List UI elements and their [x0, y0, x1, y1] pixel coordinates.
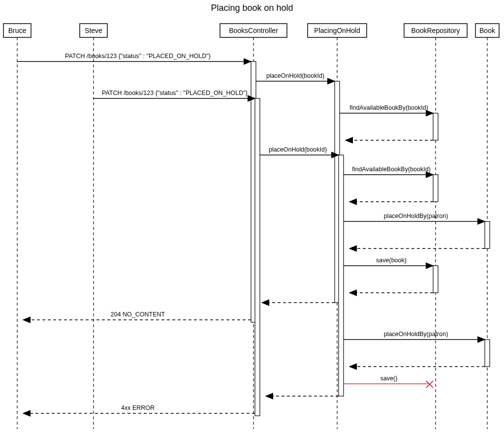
msg-findavailable-2-label: findAvailableBookBy(bookId): [352, 166, 431, 173]
participant-label-bruce: Bruce: [8, 27, 27, 34]
msg-patch-bruce-label: PATCH /books/123 {"status" : "PLACED_ON_…: [65, 53, 211, 60]
participant-label-book: Book: [479, 27, 496, 34]
sequence-diagram: Placing book on hold BruceSteveBooksCont…: [0, 0, 504, 434]
participant-label-placing: PlacingOnHold: [314, 27, 360, 34]
msg-save-fail-label: save(): [380, 375, 398, 382]
participant-label-ctrl: BooksController: [229, 27, 278, 34]
participant-label-repo: BookRepository: [411, 27, 460, 34]
activation-book-1: [485, 221, 490, 248]
msg-204-label: 204 NO_CONTENT: [111, 311, 165, 318]
msg-findavailable-1-label: findAvailableBookBy(bookId): [349, 104, 428, 111]
msg-placeonhold-1-label: placeOnHold(bookId): [266, 72, 324, 79]
activation-placing-2: [339, 155, 344, 396]
activation-repo-1: [433, 113, 438, 140]
msg-4xx-label: 4xx ERROR: [121, 404, 155, 411]
activation-ctrl-2: [255, 98, 260, 416]
msg-placeonholdby-1-label: placeOnHoldBy(patron): [384, 213, 448, 219]
error-x-icon: [426, 381, 433, 388]
msg-placeonholdby-2-label: placeOnHoldBy(patron): [384, 331, 448, 338]
participant-label-steve: Steve: [85, 27, 102, 34]
msg-patch-steve-label: PATCH /books/123 {"status" : "PLACED_ON_…: [102, 90, 248, 96]
msg-placeonhold-2-label: placeOnHold(bookId): [269, 146, 327, 153]
activation-book-2: [485, 340, 490, 367]
msg-save-1-label: save(book): [376, 257, 407, 264]
activation-repo-2: [433, 175, 438, 202]
diagram-title: Placing book on hold: [211, 3, 293, 13]
activation-repo-3: [433, 266, 438, 293]
activations: [251, 62, 490, 416]
